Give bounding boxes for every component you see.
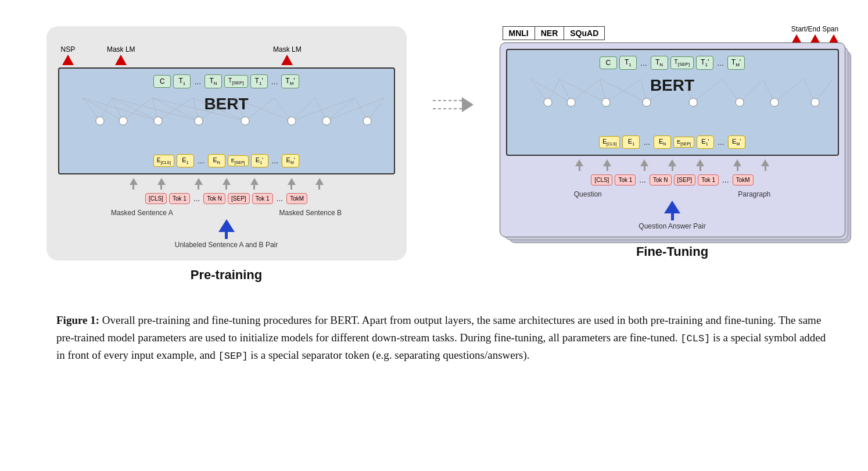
- nsp-label: NSP: [61, 45, 76, 53]
- diagram-row: NSP Mask LM Mask LM: [17, 20, 868, 288]
- cls-token-mono: [CLS]: [680, 333, 710, 344]
- ft-embed-tokens: E[CLS] E1 ... EN E[SEP] E1' ... EM': [513, 135, 832, 148]
- ft-gray-arrow-7: [761, 159, 769, 171]
- mask-lm-2-icon: [281, 55, 293, 65]
- ft-stack-container: C T1 ... TN T[SEP] T1' ... TM' BERT: [500, 42, 845, 237]
- input-tokN: Tok N: [203, 193, 225, 204]
- ft-question-label: Question: [574, 190, 602, 198]
- pretraining-input-tokens: [CLS] Tok 1 ... Tok N [SEP] Tok 1 ... To…: [58, 193, 395, 204]
- gray-arrow-4: [223, 178, 231, 190]
- dots-2: ...: [270, 77, 279, 86]
- ft-gray-arrow-3: [640, 159, 648, 171]
- token-TSEP: T[SEP]: [224, 75, 248, 88]
- input-dots-1: ...: [192, 194, 202, 203]
- embed-CLS: E[CLS]: [153, 155, 174, 167]
- figure-label: Figure 1:: [56, 314, 99, 326]
- ft-token-TMp: TM': [727, 56, 745, 70]
- ft-input-tok1: Tok 1: [615, 174, 636, 185]
- start-end-span-group: Start/End Span: [791, 25, 840, 45]
- ft-gray-arrow-5: [696, 159, 704, 171]
- bert-nn-area: BERT: [65, 92, 388, 154]
- ft-paragraph-label: Paragraph: [738, 190, 770, 198]
- svg-marker-36: [462, 97, 474, 112]
- mask-lm-2-label: Mask LM: [273, 45, 302, 53]
- ft-embed-EN: EN: [654, 135, 671, 148]
- gray-arrow-6: [288, 178, 296, 190]
- ft-gray-arrow-1: [575, 159, 583, 171]
- pretraining-embed-tokens: E[CLS] E1 ... EN E[SEP] E1' ... EM': [65, 154, 388, 167]
- transfer-arrow-container: [430, 96, 476, 113]
- embed-EMp: EM': [282, 154, 299, 167]
- ft-blue-arrow-stem: [671, 213, 674, 220]
- ft-token-T1: T1: [619, 56, 637, 70]
- ft-gray-arrow-6: [733, 159, 741, 171]
- caption-text: Figure 1: Overall pre-training and fine-…: [56, 312, 835, 365]
- ft-input-tokM: TokM: [733, 174, 754, 185]
- mask-lm-1-arrow-group: Mask LM: [107, 45, 135, 65]
- gray-arrow-1: [130, 178, 138, 190]
- ft-input-dots-1: ...: [638, 175, 647, 184]
- ft-embed-EMp: EM': [728, 135, 745, 148]
- blue-arrow: [218, 219, 235, 239]
- ft-gray-arrows: [506, 159, 839, 171]
- input-CLS: [CLS]: [145, 193, 167, 204]
- token-T1p: T1': [250, 74, 268, 88]
- dots-1: ...: [193, 77, 202, 86]
- blue-arrow-stem: [225, 232, 228, 239]
- mask-lm-2-arrow-group: Mask LM: [273, 45, 302, 65]
- caption-area: Figure 1: Overall pre-training and fine-…: [39, 312, 852, 365]
- ft-qp-labels: Question Paragraph: [506, 190, 839, 198]
- gray-arrow-2: [157, 178, 166, 190]
- ft-embed-dots-2: ...: [716, 137, 726, 147]
- ft-embed-CLS: E[CLS]: [599, 136, 620, 148]
- gray-arrow-3: [195, 178, 203, 190]
- ft-embed-E1p: E1': [697, 135, 714, 148]
- gray-arrow-7: [315, 178, 324, 190]
- task-squad: SQuAD: [564, 26, 605, 40]
- ft-input-tok1b: Tok 1: [698, 174, 719, 185]
- pretraining-bert-box: C T1 ... TN T[SEP] T1' ... TM' BERT: [58, 67, 395, 174]
- ft-embed-dots-1: ...: [642, 137, 651, 147]
- ft-dots-2: ...: [716, 58, 725, 67]
- ft-embed-E1: E1: [622, 135, 640, 148]
- ft-blue-arrow: [664, 201, 680, 220]
- ft-gray-arrow-4: [668, 159, 676, 171]
- mask-lm-1-icon: [115, 55, 127, 65]
- embed-E1p: E1': [251, 154, 268, 167]
- pretraining-outer-box: NSP Mask LM Mask LM: [46, 26, 407, 261]
- blue-arrow-container: Unlabeled Sentence A and B Pair: [58, 219, 395, 249]
- pretraining-output-tokens: C T1 ... TN T[SEP] T1' ... TM': [65, 74, 388, 88]
- sep-token-mono: [SEP]: [218, 351, 248, 362]
- embed-EN: EN: [208, 154, 225, 167]
- ft-token-T1p: T1': [696, 56, 713, 70]
- unlabeled-label: Unlabeled Sentence A and B Pair: [175, 241, 278, 249]
- ft-input-tokens: [CLS] Tok 1 ... Tok N [SEP] Tok 1 ... To…: [506, 174, 839, 185]
- ft-input-SEP: [SEP]: [674, 174, 696, 185]
- input-tokM: TokM: [286, 193, 307, 204]
- ft-bert-nn-area: BERT: [513, 73, 832, 135]
- blue-arrow-icon: [218, 219, 235, 232]
- pretraining-top-arrows: NSP Mask LM Mask LM: [58, 35, 395, 65]
- finetuning-title: Fine-Tuning: [636, 244, 708, 259]
- token-TMp: TM': [281, 74, 299, 88]
- token-T1: T1: [173, 74, 191, 88]
- finetuning-section: MNLI NER SQuAD Start/End Span: [500, 26, 845, 259]
- token-C: C: [153, 75, 171, 88]
- sent-b-label: Masked Sentence B: [279, 209, 342, 217]
- input-tok1b: Tok 1: [252, 193, 273, 204]
- embed-ESEP: E[SEP]: [228, 155, 249, 167]
- nsp-arrow-icon: [62, 55, 74, 65]
- embed-dots-1: ...: [196, 156, 206, 165]
- pretraining-title: Pre-training: [191, 267, 262, 283]
- ft-token-TSEP: T[SEP]: [670, 56, 694, 69]
- pretrain-gray-arrows: [58, 178, 395, 190]
- finetuning-bert-box: C T1 ... TN T[SEP] T1' ... TM' BERT: [506, 49, 839, 156]
- mask-lm-1-label: Mask LM: [107, 45, 135, 53]
- ft-input-dots-2: ...: [721, 175, 730, 184]
- bert-label-pretrain: BERT: [65, 92, 388, 116]
- ft-embed-ESEP: E[SEP]: [673, 137, 694, 148]
- ft-task-labels-row: MNLI NER SQuAD Start/End Span: [500, 26, 845, 40]
- sentence-labels: Masked Sentence A Masked Sentence B: [58, 209, 395, 217]
- nsp-arrow-group: NSP: [61, 45, 76, 65]
- dotted-arrow-svg: [430, 96, 476, 113]
